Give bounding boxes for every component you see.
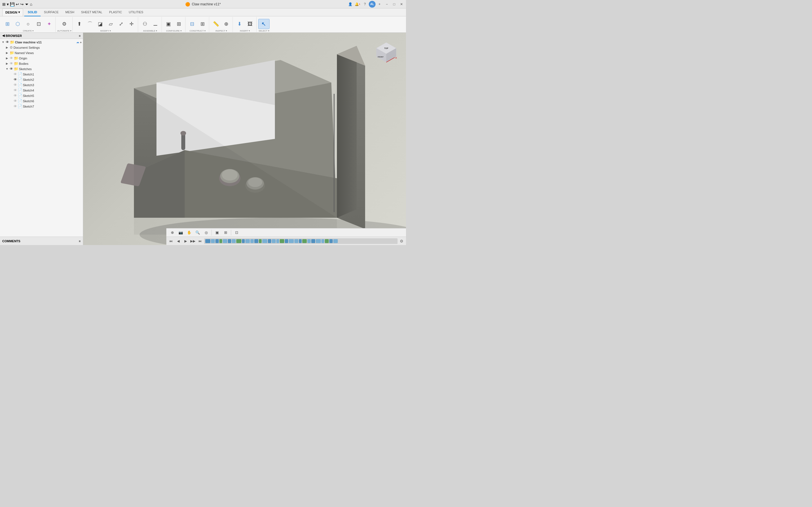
offset-plane-btn[interactable]: ⊟: [187, 19, 197, 29]
shell-btn[interactable]: ▱: [106, 19, 116, 29]
sketch1-eye-icon[interactable]: 👁: [13, 72, 17, 76]
tree-bodies[interactable]: ▶ 👁 📁 Bodies: [0, 61, 83, 66]
sketch7-eye-icon[interactable]: 👁: [13, 104, 17, 108]
config-btn[interactable]: ▣: [163, 19, 174, 29]
tree-sketch6[interactable]: 👁 📄 Sketch6: [0, 98, 83, 104]
timeline-item-5[interactable]: [223, 239, 227, 243]
help-icon[interactable]: ?: [361, 1, 368, 8]
browser-options-icon[interactable]: ≡: [79, 34, 81, 38]
timeline-item-6[interactable]: [228, 239, 231, 243]
config2-btn[interactable]: ⊞: [174, 19, 184, 29]
timeline-item-11[interactable]: [250, 239, 254, 243]
tree-sketch4[interactable]: 👁 📄 Sketch4: [0, 88, 83, 93]
minimize-btn[interactable]: −: [384, 1, 390, 8]
tree-doc-settings[interactable]: ▶ ⚙ Document Settings: [0, 45, 83, 50]
visual-style-btn[interactable]: ⊞: [222, 229, 229, 236]
rigid-btn[interactable]: ⚊: [150, 19, 160, 29]
timeline-item-7[interactable]: [232, 239, 236, 243]
joint-btn[interactable]: ⚇: [140, 19, 150, 29]
pan-btn[interactable]: ✋: [186, 229, 193, 236]
timeline-next-btn[interactable]: ▶▶: [190, 238, 196, 244]
tree-sketches[interactable]: ▼ 👁 📁 Sketches: [0, 66, 83, 71]
timeline-item-12[interactable]: [254, 239, 258, 243]
tree-sketch5[interactable]: 👁 📄 Sketch5: [0, 93, 83, 98]
close-btn[interactable]: ✕: [398, 1, 405, 8]
scale-btn[interactable]: ⤢: [116, 19, 126, 29]
app-menu-icon[interactable]: ▾: [7, 2, 9, 6]
timeline-item-8[interactable]: [236, 239, 241, 243]
comments-expand-icon[interactable]: ≡: [79, 239, 81, 243]
capture-btn[interactable]: 📷: [177, 229, 185, 236]
tree-sketch1[interactable]: 👁 📄 Sketch1: [0, 71, 83, 77]
undo-icon[interactable]: ↩: [16, 2, 19, 6]
origin-eye-icon[interactable]: 👁: [10, 56, 13, 60]
sketch4-eye-icon[interactable]: 👁: [13, 88, 17, 93]
tree-named-views[interactable]: ▶ 📁 Named Views: [0, 50, 83, 55]
tab-solid[interactable]: SOLID: [24, 8, 41, 16]
timeline-item-10[interactable]: [245, 239, 250, 243]
timeline-item-9[interactable]: [242, 239, 245, 243]
timeline-item-15[interactable]: [268, 239, 271, 243]
zoom-btn[interactable]: 🔍: [194, 229, 201, 236]
revolve-btn[interactable]: ○: [23, 19, 33, 29]
insert-btn[interactable]: ⬇: [235, 19, 245, 29]
new-component-btn[interactable]: ⊞: [2, 19, 12, 29]
insert2-btn[interactable]: 🖼: [245, 19, 255, 29]
sketch3-eye-icon[interactable]: 👁: [13, 83, 17, 87]
snap-btn[interactable]: ⊕: [168, 229, 176, 236]
timeline-item-19[interactable]: [285, 239, 288, 243]
automate-btn[interactable]: ⚙: [58, 19, 70, 29]
tab-surface[interactable]: SURFACE: [41, 8, 62, 16]
timeline-item-17[interactable]: [276, 239, 279, 243]
timeline-item-27[interactable]: [321, 239, 324, 243]
timeline-item-29[interactable]: [329, 239, 333, 243]
sketches-eye-icon[interactable]: 👁: [10, 67, 13, 71]
viewcube-btn[interactable]: ◎: [202, 229, 210, 236]
notification-count[interactable]: 🔔1: [354, 1, 361, 8]
timeline-item-24[interactable]: [307, 239, 311, 243]
home-icon[interactable]: ⌂: [30, 2, 32, 6]
tree-sketch7[interactable]: 👁 📄 Sketch7: [0, 104, 83, 109]
timeline-item-25[interactable]: [311, 239, 315, 243]
timeline-settings-btn[interactable]: ⚙: [398, 238, 405, 244]
fillet-btn[interactable]: ⌒: [85, 19, 95, 29]
timeline-item-23[interactable]: [302, 239, 307, 243]
sweep-btn[interactable]: ⊡: [34, 19, 44, 29]
timeline-item-16[interactable]: [272, 239, 276, 243]
tree-sketch3[interactable]: 👁 📄 Sketch3: [0, 82, 83, 88]
timeline-item-26[interactable]: [316, 239, 321, 243]
timeline-item-20[interactable]: [289, 239, 294, 243]
design-dropdown[interactable]: DESIGN ▾: [2, 8, 23, 16]
bodies-eye-icon[interactable]: 👁: [10, 61, 13, 66]
comments-bar[interactable]: COMMENTS ≡: [0, 237, 83, 245]
timeline-end-btn[interactable]: ⏭: [197, 238, 204, 244]
app-grid-icon[interactable]: ⊞: [2, 2, 6, 6]
timeline-item-21[interactable]: [294, 239, 298, 243]
tree-root[interactable]: ▼ 👁 📁 Claw machine v11 ☁ ●: [0, 40, 83, 45]
history-icon[interactable]: ⏷: [25, 2, 29, 6]
timeline-item-13[interactable]: [259, 239, 262, 243]
grid-btn[interactable]: ⊡: [233, 229, 240, 236]
sketch6-eye-icon[interactable]: 👁: [13, 99, 17, 103]
midplane-btn[interactable]: ⊞: [198, 19, 208, 29]
timeline-play-btn[interactable]: ▶: [182, 238, 189, 244]
timeline-item-22[interactable]: [299, 239, 302, 243]
user-icon[interactable]: 👤: [347, 1, 354, 8]
timeline-prev-btn[interactable]: ◀: [175, 238, 182, 244]
tab-plastic[interactable]: PLASTIC: [106, 8, 125, 16]
maximize-btn[interactable]: □: [391, 1, 398, 8]
timeline-item-1[interactable]: [205, 239, 210, 243]
timeline-item-3[interactable]: [215, 239, 219, 243]
timeline-track[interactable]: [204, 238, 398, 244]
inspect2-btn[interactable]: ⊕: [221, 19, 232, 29]
timeline-item-2[interactable]: [211, 239, 215, 243]
sketch5-eye-icon[interactable]: 👁: [13, 94, 17, 98]
tree-sketch2[interactable]: 👁 📄 Sketch2: [0, 77, 83, 82]
sketch2-eye-icon[interactable]: 👁: [13, 77, 17, 82]
tab-utilities[interactable]: UTILITIES: [125, 8, 147, 16]
tab-mesh[interactable]: MESH: [62, 8, 78, 16]
measure-btn[interactable]: 📏: [211, 19, 221, 29]
viewport[interactable]: TOP FRONT X ⊕ 📷 ✋ 🔍 ◎ ▣ ⊞: [83, 33, 406, 245]
user-avatar[interactable]: AL: [369, 1, 375, 8]
tree-origin[interactable]: ▶ 👁 📁 Origin: [0, 55, 83, 61]
